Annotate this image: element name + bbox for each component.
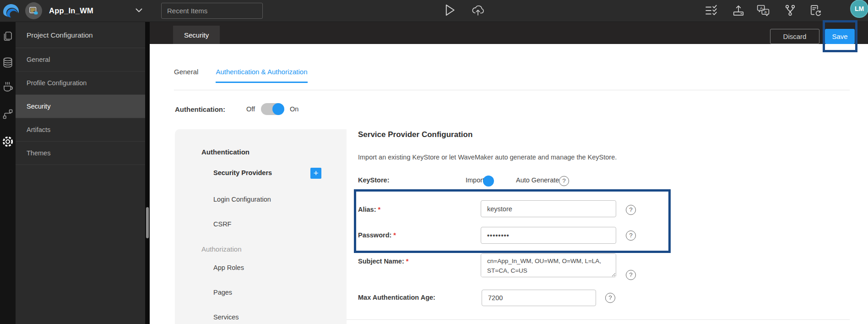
nav-header-authorization: Authorization: [201, 245, 242, 253]
max-auth-age-label: Max Authentication Age:: [358, 294, 435, 301]
checklist-icon[interactable]: [705, 4, 718, 17]
add-security-provider-button[interactable]: +: [310, 168, 321, 179]
toggle-on-label: On: [290, 105, 298, 113]
java-icon[interactable]: [2, 82, 14, 93]
alias-input[interactable]: [481, 200, 616, 217]
left-icon-rail: [0, 22, 16, 324]
alias-label: Alias:*: [358, 206, 380, 213]
authentication-label: Authentication:: [175, 105, 225, 113]
password-input[interactable]: [481, 227, 616, 244]
form-title: Service Provider Configuration: [358, 130, 472, 139]
tab-general[interactable]: General: [174, 68, 198, 83]
authentication-toggle-row: Authentication: Off On: [175, 103, 298, 115]
password-label-text: Password:: [358, 231, 391, 239]
help-icon[interactable]: ?: [626, 205, 636, 215]
topbar: App_In_WM A a: [0, 0, 868, 22]
nav-header-authentication: Authentication: [201, 148, 250, 156]
save-button[interactable]: Save: [825, 29, 855, 44]
app-icon[interactable]: [25, 2, 42, 19]
svg-text:A: A: [760, 6, 763, 11]
wavemaker-logo-icon: [1, 1, 21, 21]
nav-item-app-roles[interactable]: App Roles: [213, 264, 244, 271]
help-icon[interactable]: ?: [626, 270, 636, 280]
toggle-knob: [272, 103, 284, 115]
avatar[interactable]: LM: [850, 0, 868, 18]
keystore-label: KeyStore:: [358, 176, 390, 184]
subject-name-label: Subject Name:*: [358, 258, 408, 265]
sidebar-item-security[interactable]: Security: [16, 95, 145, 118]
subject-name-label-text: Subject Name:: [358, 258, 404, 265]
keystore-import-label: Import: [466, 176, 484, 184]
svg-text:a: a: [764, 10, 767, 14]
scrollbar-thumb[interactable]: [146, 207, 149, 238]
tab-authentication-authorization[interactable]: Authentication & Authorization: [216, 68, 307, 83]
app-title[interactable]: App_In_WM: [49, 6, 93, 15]
nav-item-security-providers[interactable]: Security Providers: [213, 169, 272, 176]
subject-name-textarea[interactable]: cn=App_In_WM, OU=WM, O=WM, L=LA, ST=CA, …: [481, 253, 616, 277]
pages-icon[interactable]: [2, 31, 13, 42]
doc-sync-icon[interactable]: [808, 4, 822, 17]
required-marker: *: [393, 231, 396, 239]
toggle-knob: [483, 176, 494, 187]
sidebar-title: Project Configuration: [16, 22, 145, 48]
translate-icon[interactable]: A a: [756, 4, 770, 17]
form-description: Import an existing KeyStore or let WaveM…: [358, 154, 617, 161]
help-icon[interactable]: ?: [559, 176, 569, 186]
required-marker: *: [406, 258, 409, 265]
help-icon[interactable]: ?: [605, 293, 615, 303]
branch-icon[interactable]: [784, 4, 797, 17]
security-panel-nav: Authentication Security Providers + Logi…: [175, 129, 347, 324]
content-header: Security Discard Save: [150, 22, 868, 44]
form-divider: [347, 319, 850, 320]
required-marker: *: [378, 206, 381, 213]
keystore-auto-generate-label: Auto Generate: [516, 176, 559, 184]
sidebar-item-themes[interactable]: Themes: [16, 142, 145, 165]
scroll-gutter: [145, 22, 150, 324]
main-content: General Authentication & Authorization A…: [150, 44, 868, 324]
cloud-upload-icon[interactable]: [471, 4, 485, 16]
max-auth-age-input[interactable]: [482, 290, 596, 306]
help-icon[interactable]: ?: [626, 231, 636, 241]
recent-items-input[interactable]: [161, 3, 263, 19]
nav-item-login-configuration[interactable]: Login Configuration: [213, 196, 271, 203]
database-icon[interactable]: [2, 57, 14, 69]
nav-item-services[interactable]: Services: [213, 313, 239, 321]
nav-item-pages[interactable]: Pages: [213, 289, 232, 296]
password-label: Password:*: [358, 231, 396, 239]
security-tabs: General Authentication & Authorization: [174, 68, 308, 83]
project-configuration-sidebar: Project Configuration General Profile Co…: [16, 22, 145, 324]
tabs-divider: [174, 90, 850, 90]
export-icon[interactable]: [732, 4, 745, 17]
nav-item-csrf[interactable]: CSRF: [213, 220, 231, 228]
sidebar-item-artifacts[interactable]: Artifacts: [16, 118, 145, 142]
authentication-toggle[interactable]: [261, 103, 284, 115]
discard-button[interactable]: Discard: [770, 29, 819, 44]
run-app-icon[interactable]: [444, 4, 456, 16]
alias-label-text: Alias:: [358, 206, 376, 213]
connector-icon[interactable]: [2, 109, 13, 120]
sidebar-item-profile-configuration[interactable]: Profile Configuration: [16, 71, 145, 95]
toggle-off-label: Off: [246, 105, 255, 113]
sidebar-item-general[interactable]: General: [16, 48, 145, 71]
settings-gear-icon[interactable]: [1, 135, 14, 148]
security-doc-tab[interactable]: Security: [173, 26, 220, 44]
chevron-down-icon[interactable]: [136, 8, 142, 13]
